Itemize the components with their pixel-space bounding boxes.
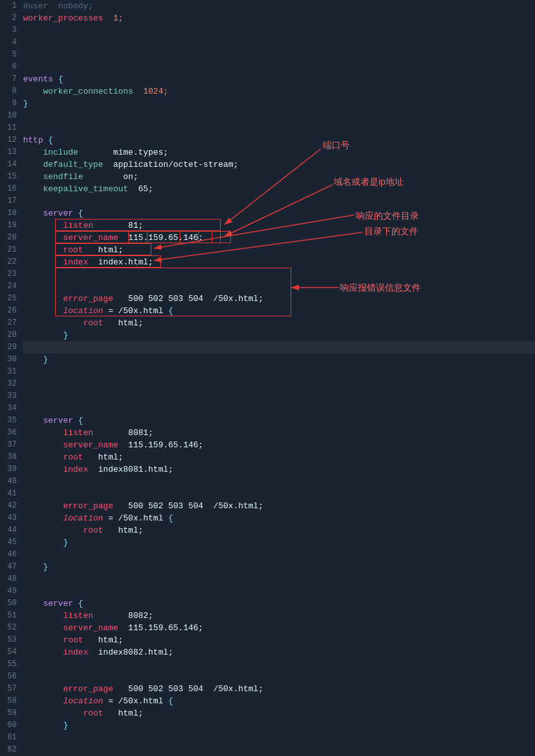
line-num: 62 — [0, 744, 21, 756]
line-num: 59 — [0, 707, 21, 719]
code-line: server_name 115.159.65.146; — [23, 439, 535, 451]
line-num: 10 — [0, 110, 21, 122]
code-line: location = /50x.html { — [23, 512, 535, 524]
line-num: 38 — [0, 451, 21, 463]
line-num: 21 — [0, 244, 21, 256]
line-num: 29 — [0, 341, 21, 354]
code-line: } — [23, 354, 535, 366]
line-num: 58 — [0, 695, 21, 707]
line-num: 44 — [0, 524, 21, 537]
code-line: worker_processes 1; — [23, 12, 535, 24]
line-num: 52 — [0, 622, 21, 634]
code-line: #user nobody; — [23, 0, 535, 12]
line-num: 18 — [0, 207, 21, 219]
code-line — [23, 61, 535, 73]
code-line — [23, 24, 535, 37]
code-line — [23, 549, 535, 561]
code-line: root html; — [23, 707, 535, 719]
code-line — [23, 476, 535, 488]
line-num: 48 — [0, 573, 21, 585]
code-line: } — [23, 329, 535, 341]
line-num: 15 — [0, 171, 21, 183]
code-line: } — [23, 719, 535, 732]
code-line: error_page 500 502 503 504 /50x.html; — [23, 500, 535, 512]
line-num: 9 — [0, 98, 21, 110]
line-num: 3 — [0, 24, 21, 37]
code-line: } — [23, 98, 535, 110]
code-line: } — [23, 537, 535, 549]
code-line: root html; — [23, 244, 535, 256]
line-num: 20 — [0, 232, 21, 244]
line-num: 17 — [0, 195, 21, 207]
code-line: error_page 500 502 503 504 /50x.html; — [23, 683, 535, 695]
code-line — [23, 585, 535, 597]
line-num: 31 — [0, 366, 21, 378]
line-num: 51 — [0, 610, 21, 622]
line-num: 53 — [0, 634, 21, 646]
line-num: 6 — [0, 61, 21, 73]
code-line: default_type application/octet-stream; — [23, 159, 535, 171]
line-num: 43 — [0, 512, 21, 524]
line-num: 57 — [0, 683, 21, 695]
line-num: 5 — [0, 49, 21, 61]
code-line: server { — [23, 597, 535, 610]
line-num: 55 — [0, 658, 21, 671]
code-line: include mime.types; — [23, 146, 535, 159]
line-num: 19 — [0, 219, 21, 232]
line-num: 8 — [0, 85, 21, 98]
code-line — [23, 402, 535, 415]
line-num: 2 — [0, 12, 21, 24]
code-line: http { — [23, 134, 535, 146]
line-num: 34 — [0, 402, 21, 415]
code-line: server { — [23, 415, 535, 427]
code-line: } — [23, 561, 535, 573]
line-num: 37 — [0, 439, 21, 451]
code-line: server_name 115.159.65.146; — [23, 232, 535, 244]
code-line — [23, 744, 535, 756]
code-line — [23, 280, 535, 293]
line-num: 30 — [0, 354, 21, 366]
line-num: 50 — [0, 597, 21, 610]
line-num: 36 — [0, 427, 21, 439]
line-num: 35 — [0, 415, 21, 427]
line-num: 47 — [0, 561, 21, 573]
code-line — [23, 671, 535, 683]
line-num: 14 — [0, 159, 21, 171]
line-num: 16 — [0, 183, 21, 195]
code-line — [23, 488, 535, 500]
line-num: 40 — [0, 476, 21, 488]
line-num: 22 — [0, 256, 21, 268]
code-line — [23, 49, 535, 61]
code-line — [23, 366, 535, 378]
line-num: 46 — [0, 549, 21, 561]
line-numbers: 1234567891011121314151617181920212223242… — [0, 0, 21, 756]
code-line — [23, 268, 535, 280]
code-line: root html; — [23, 317, 535, 329]
line-num: 27 — [0, 317, 21, 329]
line-num: 23 — [0, 268, 21, 280]
code-line: location = /50x.html { — [23, 695, 535, 707]
line-num: 25 — [0, 293, 21, 305]
line-num: 41 — [0, 488, 21, 500]
code-line: listen 81; — [23, 219, 535, 232]
line-num: 4 — [0, 37, 21, 49]
code-line — [23, 195, 535, 207]
code-line: location = /50x.html { — [23, 305, 535, 317]
line-num: 12 — [0, 134, 21, 146]
line-num: 32 — [0, 378, 21, 390]
line-num: 26 — [0, 305, 21, 317]
line-num: 7 — [0, 73, 21, 85]
line-num: 61 — [0, 732, 21, 744]
code-line: root html; — [23, 524, 535, 537]
code-line: keepalive_timeout 65; — [23, 183, 535, 195]
line-num: 13 — [0, 146, 21, 159]
line-num: 24 — [0, 280, 21, 293]
code-line: worker_connections 1024; — [23, 85, 535, 98]
code-line: error_page 500 502 503 504 /50x.html; — [23, 293, 535, 305]
code-line — [23, 658, 535, 671]
line-num: 11 — [0, 122, 21, 134]
line-num: 54 — [0, 646, 21, 658]
code-line: listen 8081; — [23, 427, 535, 439]
line-num: 1 — [0, 0, 21, 12]
code-line — [23, 341, 535, 354]
